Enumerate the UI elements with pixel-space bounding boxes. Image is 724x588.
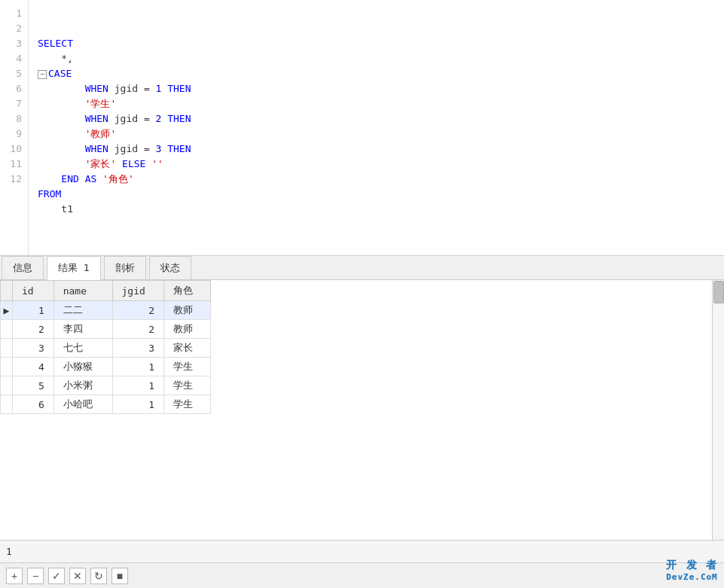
keyword: END xyxy=(61,173,78,184)
scrollbar-thumb xyxy=(713,281,724,303)
table-cell: 1 xyxy=(112,376,163,395)
line-number-3: 3 xyxy=(0,36,28,51)
table-row[interactable]: 6小哈吧1学生 xyxy=(1,395,211,414)
string-literal: '角色' xyxy=(102,173,134,184)
line-number-6: 6 xyxy=(0,81,28,96)
plain-text xyxy=(38,113,85,124)
code-line-11: FROM xyxy=(38,187,715,202)
table-cell: 2 xyxy=(112,301,163,320)
line-number-1: 1 xyxy=(0,6,28,21)
remove-button[interactable]: − xyxy=(27,568,44,584)
refresh-button[interactable]: ↻ xyxy=(90,568,107,584)
row-indicator-header xyxy=(1,281,13,301)
code-content[interactable]: SELECT *,−CASE WHEN jgid = 1 THEN '学生' W… xyxy=(29,0,724,255)
line-number-9: 9 xyxy=(0,126,28,142)
plain-text: *, xyxy=(38,53,73,64)
stop-button[interactable]: ■ xyxy=(112,568,128,584)
column-header-name: name xyxy=(53,281,112,301)
string-literal: '' xyxy=(151,158,163,169)
confirm-button[interactable]: ✓ xyxy=(48,568,65,584)
collapse-icon[interactable]: − xyxy=(38,70,47,79)
code-line-8: WHEN jgid = 3 THEN xyxy=(38,142,715,157)
results-table-wrapper[interactable]: idnamejgid角色 ▶1二二2教师2李四2教师3七七3家长4小猕猴1学生5… xyxy=(0,280,724,540)
keyword: THEN xyxy=(167,143,191,154)
keyword: CASE xyxy=(48,68,72,79)
line-number-7: 7 xyxy=(0,96,28,111)
tab-结果-1[interactable]: 结果 1 xyxy=(47,256,101,280)
table-cell: 学生 xyxy=(163,376,210,395)
plain-text xyxy=(38,128,85,139)
plain-text: = xyxy=(144,113,150,124)
code-line-6: WHEN jgid = 2 THEN xyxy=(38,111,715,126)
table-cell: 6 xyxy=(13,395,54,414)
code-line-5: '学生' xyxy=(38,96,715,111)
plain-text xyxy=(38,98,85,109)
add-button[interactable]: + xyxy=(6,568,23,584)
row-indicator xyxy=(1,376,13,395)
table-row[interactable]: ▶1二二2教师 xyxy=(1,301,211,320)
table-cell: 小猕猴 xyxy=(53,358,112,376)
table-cell: 小米粥 xyxy=(53,376,112,395)
right-scrollbar[interactable] xyxy=(712,280,724,540)
code-line-7: '教师' xyxy=(38,126,715,142)
cancel-button[interactable]: ✕ xyxy=(69,568,86,584)
table-cell: 3 xyxy=(13,339,54,358)
column-header-jgid: jgid xyxy=(112,281,163,301)
plain-text xyxy=(38,158,85,169)
tab-剖析[interactable]: 剖析 xyxy=(104,256,146,279)
code-line-1: SELECT xyxy=(38,36,715,51)
table-cell: 教师 xyxy=(163,301,210,320)
plain-text xyxy=(79,173,85,184)
results-table: idnamejgid角色 ▶1二二2教师2李四2教师3七七3家长4小猕猴1学生5… xyxy=(0,280,211,414)
plain-text: = xyxy=(144,83,150,94)
plain-text xyxy=(38,143,85,154)
plain-text xyxy=(150,143,156,154)
tab-状态[interactable]: 状态 xyxy=(149,256,191,279)
column-header-角色: 角色 xyxy=(163,281,210,301)
plain-text xyxy=(150,113,156,124)
plain-text xyxy=(96,173,102,184)
keyword: WHEN xyxy=(85,143,108,154)
code-editor: 123456789101112 SELECT *,−CASE WHEN jgid… xyxy=(0,0,724,256)
table-cell: 4 xyxy=(13,358,54,376)
keyword: WHEN xyxy=(85,113,108,124)
bottom-toolbar: +−✓✕↻■ xyxy=(0,562,724,588)
line-number-11: 11 xyxy=(0,157,28,172)
row-indicator xyxy=(1,339,13,358)
table-cell: 教师 xyxy=(163,320,210,339)
table-cell: 李四 xyxy=(53,320,112,339)
table-cell: 小哈吧 xyxy=(53,395,112,414)
table-cell: 3 xyxy=(112,339,163,358)
keyword: ELSE xyxy=(122,158,145,169)
table-cell: 二二 xyxy=(53,301,112,320)
table-row[interactable]: 3七七3家长 xyxy=(1,339,211,358)
pagination-area: 1 xyxy=(0,540,724,562)
keyword: THEN xyxy=(167,83,191,94)
table-cell: 家长 xyxy=(163,339,210,358)
code-line-4: WHEN jgid = 1 THEN xyxy=(38,81,715,96)
tab-信息[interactable]: 信息 xyxy=(2,256,44,279)
line-number-5: 5 xyxy=(0,66,28,81)
table-row[interactable]: 5小米粥1学生 xyxy=(1,376,211,395)
table-cell: 学生 xyxy=(163,395,210,414)
keyword: WHEN xyxy=(85,83,108,94)
row-indicator xyxy=(1,320,13,339)
code-line-10: END AS '角色' xyxy=(38,172,715,187)
keyword: SELECT xyxy=(38,38,73,49)
table-cell: 1 xyxy=(112,358,163,376)
plain-text xyxy=(116,158,122,169)
string-literal: '学生' xyxy=(85,98,117,109)
table-row[interactable]: 2李四2教师 xyxy=(1,320,211,339)
plain-text xyxy=(150,83,156,94)
line-number-2: 2 xyxy=(0,21,28,36)
column-header-id: id xyxy=(13,281,54,301)
plain-text: jgid xyxy=(108,143,144,154)
table-row[interactable]: 4小猕猴1学生 xyxy=(1,358,211,376)
keyword: THEN xyxy=(167,113,191,124)
table-cell: 2 xyxy=(112,320,163,339)
table-header: idnamejgid角色 xyxy=(1,281,211,301)
table-cell: 1 xyxy=(13,301,54,320)
code-line-2: *, xyxy=(38,51,715,66)
line-number-12: 12 xyxy=(0,172,28,187)
table-cell: 5 xyxy=(13,376,54,395)
